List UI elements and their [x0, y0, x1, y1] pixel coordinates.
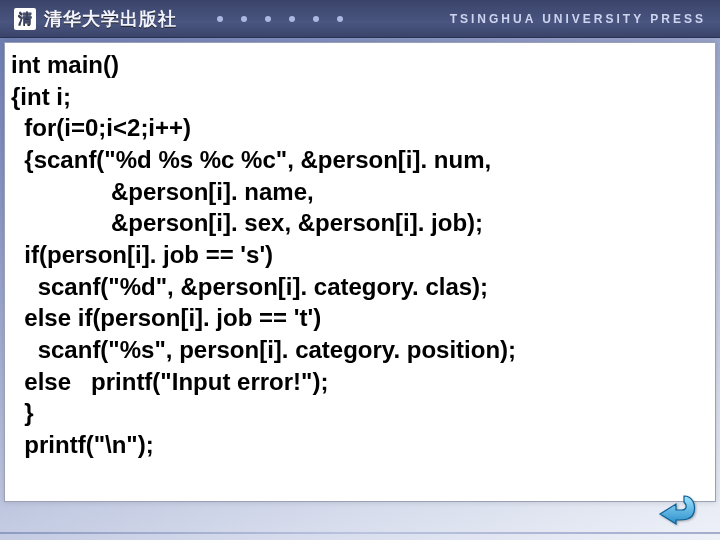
- publisher-logo: 清 清华大学出版社: [14, 7, 177, 31]
- publisher-name: 清华大学出版社: [44, 7, 177, 31]
- code-line: &person[i]. name,: [11, 178, 314, 205]
- code-panel: int main() {int i; for(i=0;i<2;i++) {sca…: [4, 42, 716, 502]
- footer-divider: [0, 532, 720, 534]
- code-line: printf("\n");: [11, 431, 154, 458]
- code-line: }: [11, 399, 34, 426]
- code-line: &person[i]. sex, &person[i]. job);: [11, 209, 483, 236]
- logo-mark-icon: 清: [14, 8, 36, 30]
- dot-icon: [337, 16, 343, 22]
- back-arrow-icon: [654, 490, 698, 526]
- slide: 清 清华大学出版社 TSINGHUA UNIVERSITY PRESS int …: [0, 0, 720, 540]
- dot-icon: [289, 16, 295, 22]
- code-line: else printf("Input error!");: [11, 368, 328, 395]
- dot-icon: [265, 16, 271, 22]
- header-bar: 清 清华大学出版社 TSINGHUA UNIVERSITY PRESS: [0, 0, 720, 38]
- code-line: {int i;: [11, 83, 71, 110]
- dot-icon: [217, 16, 223, 22]
- code-line: scanf("%s", person[i]. category. positio…: [11, 336, 516, 363]
- code-line: else if(person[i]. job == 't'): [11, 304, 321, 331]
- back-button[interactable]: [654, 490, 698, 526]
- dot-icon: [241, 16, 247, 22]
- decorative-dots: [217, 16, 343, 22]
- code-line: for(i=0;i<2;i++): [11, 114, 191, 141]
- dot-icon: [313, 16, 319, 22]
- code-block: int main() {int i; for(i=0;i<2;i++) {sca…: [11, 49, 709, 461]
- code-line: scanf("%d", &person[i]. category. clas);: [11, 273, 488, 300]
- publisher-name-en: TSINGHUA UNIVERSITY PRESS: [450, 12, 706, 26]
- code-line: if(person[i]. job == 's'): [11, 241, 273, 268]
- code-line: {scanf("%d %s %c %c", &person[i]. num,: [11, 146, 491, 173]
- code-line: int main(): [11, 51, 119, 78]
